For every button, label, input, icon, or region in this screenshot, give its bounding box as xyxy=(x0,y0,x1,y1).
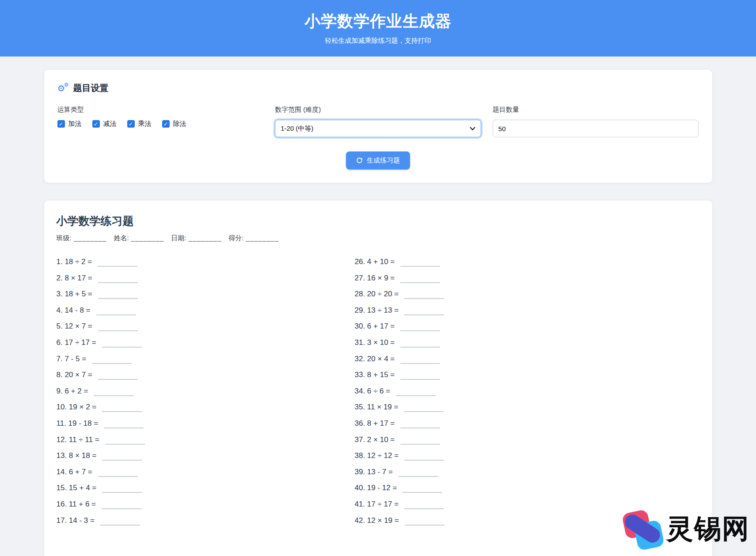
answer-blank xyxy=(100,517,140,526)
answer-blank xyxy=(400,274,440,283)
problem-text: 10. 19 × 2 = xyxy=(57,402,97,412)
problem-list: 1. 18 ÷ 2 =2. 8 × 17 =3. 18 + 5 =4. 14 -… xyxy=(57,257,700,531)
problem-text: 8. 20 × 7 = xyxy=(57,370,92,380)
problem-text: 33. 8 + 15 = xyxy=(355,370,395,380)
problem-text: 41. 17 ÷ 17 = xyxy=(355,499,399,509)
problem-row: 6. 17 ÷ 17 = xyxy=(57,337,355,348)
info-label: 得分: xyxy=(228,234,243,242)
info-label: 姓名: xyxy=(114,234,129,242)
problem-row: 31. 3 × 10 = xyxy=(355,337,700,348)
generate-button[interactable]: 生成练习题 xyxy=(346,151,410,170)
checkbox-subtraction[interactable]: ✓减法 xyxy=(92,120,117,128)
problem-text: 14. 6 + 7 = xyxy=(57,467,92,477)
problem-row: 39. 13 - 7 = xyxy=(355,467,700,477)
problem-text: 13. 8 × 18 = xyxy=(57,451,97,461)
answer-blank xyxy=(404,452,444,461)
answer-blank xyxy=(102,452,142,461)
chevron-down-icon xyxy=(470,127,475,131)
answer-blank xyxy=(400,339,440,348)
problem-text: 7. 7 - 5 = xyxy=(57,354,87,364)
problem-text: 6. 17 ÷ 17 = xyxy=(57,338,96,348)
problem-text: 42. 12 × 19 = xyxy=(355,516,399,526)
answer-blank xyxy=(400,355,440,364)
problem-row: 40. 19 - 12 = xyxy=(355,483,700,493)
checkbox-multiplication[interactable]: ✓乘法 xyxy=(127,120,152,128)
problem-row: 10. 19 × 2 = xyxy=(57,402,355,412)
problem-row: 17. 14 - 3 = xyxy=(57,515,355,526)
problem-text: 11. 19 - 18 = xyxy=(57,419,99,428)
checkbox-addition[interactable]: ✓加法 xyxy=(57,120,82,128)
problem-row: 29. 13 ÷ 13 = xyxy=(355,305,700,315)
problem-row: 34. 6 ÷ 6 = xyxy=(355,386,700,396)
answer-blank xyxy=(102,484,142,493)
problem-text: 32. 20 × 4 = xyxy=(355,354,395,364)
problem-row: 15. 15 + 4 = xyxy=(57,483,355,493)
settings-grid: 运算类型 ✓加法✓减法✓乘法✓除法 数字范围 (难度) 1-20 (中等) 题目… xyxy=(57,106,699,137)
problem-text: 9. 6 + 2 = xyxy=(57,386,88,396)
generate-button-label: 生成练习题 xyxy=(367,156,400,165)
problem-text: 35. 11 × 19 = xyxy=(355,402,399,412)
answer-blank xyxy=(96,306,136,315)
problem-text: 5. 12 × 7 = xyxy=(57,321,92,331)
answer-blank xyxy=(396,387,436,396)
problem-text: 37. 2 × 10 = xyxy=(355,435,395,445)
answer-blank xyxy=(104,420,144,428)
problem-column-right: 26. 4 + 10 =27. 16 × 9 =28. 20 ÷ 20 =29.… xyxy=(355,257,700,531)
answer-blank xyxy=(98,322,138,331)
problem-row: 30. 6 + 17 = xyxy=(355,321,700,331)
problem-row: 26. 4 + 10 = xyxy=(355,257,700,267)
worksheet-info-line: 班级:________姓名:________日期:________得分:____… xyxy=(57,234,700,242)
problem-text: 16. 11 + 6 = xyxy=(57,499,96,509)
checkbox-multiplication-box[interactable]: ✓ xyxy=(127,120,135,128)
problem-row: 28. 20 ÷ 20 = xyxy=(355,289,700,299)
problem-row: 32. 20 × 4 = xyxy=(355,354,700,364)
problem-text: 26. 4 + 10 = xyxy=(355,257,395,267)
site-watermark-text: 灵锡网 xyxy=(666,515,750,542)
checkbox-subtraction-box[interactable]: ✓ xyxy=(92,120,100,128)
problem-text: 1. 18 ÷ 2 = xyxy=(57,257,92,267)
operation-checkbox-row: ✓加法✓减法✓乘法✓除法 xyxy=(57,120,264,128)
checkbox-multiplication-label: 乘法 xyxy=(138,120,152,128)
answer-blank xyxy=(404,290,444,299)
problem-row: 33. 8 + 15 = xyxy=(355,370,700,380)
checkbox-addition-box[interactable]: ✓ xyxy=(57,120,65,128)
page-subtitle: 轻松生成加减乘除练习题，支持打印 xyxy=(0,37,756,45)
problem-row: 9. 6 + 2 = xyxy=(57,386,355,396)
info-blank: ________ xyxy=(131,234,164,242)
info-blank: ________ xyxy=(246,234,279,242)
answer-blank xyxy=(98,274,138,283)
info-field: 班级:________ xyxy=(57,234,107,242)
problem-row: 8. 20 × 7 = xyxy=(57,370,355,380)
answer-blank xyxy=(92,355,132,364)
operation-type-label: 运算类型 xyxy=(57,106,264,114)
site-logo-icon xyxy=(621,507,665,550)
checkbox-addition-label: 加法 xyxy=(68,120,82,128)
answer-blank xyxy=(400,322,440,331)
answer-blank xyxy=(400,436,440,445)
answer-blank xyxy=(399,468,438,477)
problem-row: 27. 16 × 9 = xyxy=(355,273,700,283)
info-field: 日期:________ xyxy=(171,234,221,242)
problem-text: 3. 18 + 5 = xyxy=(57,289,92,299)
range-select[interactable]: 1-20 (中等) xyxy=(275,120,481,137)
refresh-icon xyxy=(356,157,363,164)
question-count-input[interactable] xyxy=(493,120,699,137)
settings-title: 题目设置 xyxy=(73,82,109,94)
answer-blank xyxy=(102,403,142,412)
answer-blank xyxy=(105,436,145,445)
problem-row: 12. 11 ÷ 11 = xyxy=(57,435,355,445)
problem-text: 12. 11 ÷ 11 = xyxy=(57,435,99,445)
checkbox-division-box[interactable]: ✓ xyxy=(162,120,170,128)
site-watermark: 灵锡网 xyxy=(621,507,750,550)
checkbox-division[interactable]: ✓除法 xyxy=(162,120,186,128)
checkbox-subtraction-label: 减法 xyxy=(103,120,117,128)
answer-blank xyxy=(98,258,137,267)
answer-blank xyxy=(98,468,138,477)
range-select-value: 1-20 (中等) xyxy=(281,125,313,133)
problem-text: 31. 3 × 10 = xyxy=(355,338,395,348)
info-blank: ________ xyxy=(189,234,222,242)
problem-text: 39. 13 - 7 = xyxy=(355,467,393,477)
button-row: 生成练习题 xyxy=(57,151,699,170)
main-content: ⚙ ⚙ 题目设置 运算类型 ✓加法✓减法✓乘法✓除法 数字范围 (难度) 1-2… xyxy=(44,70,712,556)
problem-text: 28. 20 ÷ 20 = xyxy=(355,289,399,299)
